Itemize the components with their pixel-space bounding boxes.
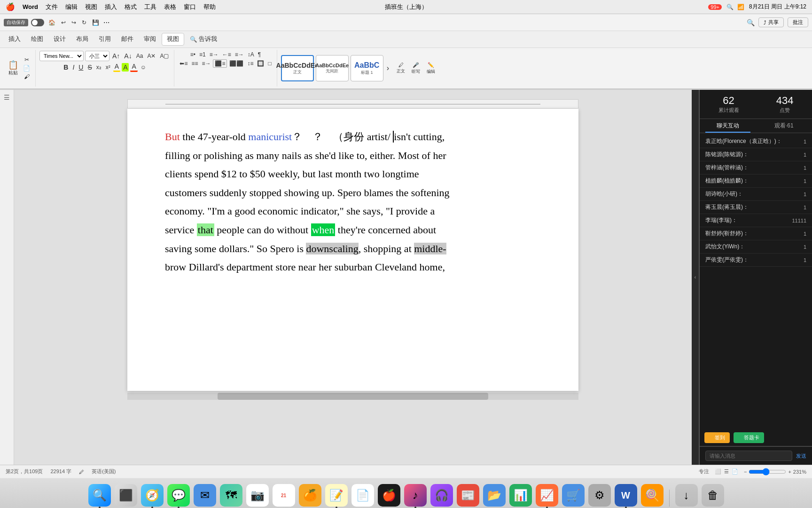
dock-appstore[interactable]: 🛒 <box>562 484 585 507</box>
format-paint-btn[interactable]: 🖌 <box>22 73 31 80</box>
undo-btn[interactable]: ↩ <box>60 19 67 26</box>
horizontal-scrollbar[interactable] <box>127 393 578 400</box>
columns-btn[interactable]: ⬛⬛ <box>228 60 245 67</box>
tab-view[interactable]: 视图 <box>162 33 184 46</box>
tab-interact[interactable]: 聊天互动 <box>700 119 756 133</box>
font-grow-btn[interactable]: A↑ <box>111 52 121 60</box>
highlight-btn[interactable]: A <box>122 63 129 71</box>
subscript-btn[interactable]: x₂ <box>95 64 103 71</box>
style-no-spacing[interactable]: AaBbCcDdEe 无间距 <box>316 55 349 81</box>
dock-photos[interactable]: 📷 <box>246 484 269 507</box>
dock-numbers[interactable]: 📊 <box>509 484 532 507</box>
share-btn[interactable]: ⤴ 共享 <box>758 17 784 27</box>
redo-btn[interactable]: ↪ <box>70 19 78 26</box>
autosave-toggle[interactable] <box>31 19 44 26</box>
dock-messages[interactable]: 💬 <box>167 484 190 507</box>
line-spacing-btn[interactable]: ↕≡ <box>246 60 255 67</box>
style-pane-btn[interactable]: 🖊 正文 <box>394 61 407 76</box>
comment-btn[interactable]: 批注 <box>788 17 808 27</box>
zoom-slider[interactable] <box>749 468 786 476</box>
dock-app9[interactable]: 🍊 <box>299 484 321 507</box>
apple-menu[interactable]: 🍎 <box>6 2 15 11</box>
notification-badge[interactable]: 99+ <box>708 4 722 10</box>
text-color-btn[interactable]: A <box>113 62 120 72</box>
paste-btn[interactable]: 📋 粘贴 <box>6 59 21 78</box>
zoom-minus[interactable]: − <box>744 469 747 475</box>
font-color2-btn[interactable]: A <box>130 62 137 72</box>
justify-btn[interactable]: ⬛≡ <box>213 59 227 68</box>
dock-news[interactable]: 📰 <box>457 484 479 507</box>
dock-finder[interactable]: 🔍 <box>88 484 111 507</box>
dock-downloads[interactable]: ↓ <box>675 484 698 507</box>
menu-edit[interactable]: 编辑 <box>65 3 78 11</box>
edit-btn[interactable]: ✏️ 编辑 <box>424 61 437 76</box>
dictate-btn[interactable]: 🎤 听写 <box>409 61 422 76</box>
bullets-btn[interactable]: ≡• <box>189 51 197 58</box>
italic-btn[interactable]: I <box>71 63 76 71</box>
menu-view[interactable]: 视图 <box>85 3 97 11</box>
sort-btn[interactable]: ↕A <box>246 51 256 58</box>
dock-maps[interactable]: 🗺 <box>220 484 242 507</box>
dock-podcasts[interactable]: 🎧 <box>430 484 453 507</box>
sign-btn[interactable]: 签到 <box>704 432 730 443</box>
dock-appletv[interactable]: 🍎 <box>378 484 400 507</box>
superscript-btn[interactable]: x² <box>104 64 112 71</box>
bold-btn[interactable]: B <box>62 63 70 71</box>
tab-review[interactable]: 审阅 <box>139 33 161 45</box>
border-btn[interactable]: □ <box>266 60 273 67</box>
view-icon-1[interactable]: ⬜ <box>715 468 721 475</box>
cut-btn[interactable]: ✂ <box>22 56 31 64</box>
panel-collapse-btn[interactable]: ‹ <box>692 90 699 465</box>
focus-btn[interactable]: 专注 <box>699 468 709 475</box>
font-selector[interactable]: Times New... <box>39 51 84 61</box>
style-heading1[interactable]: AaBbC 标题 1 <box>351 55 383 81</box>
dock-music[interactable]: ♪ <box>404 484 427 507</box>
menu-window[interactable]: 窗口 <box>184 3 196 11</box>
dock-calendar[interactable]: 21 <box>273 484 295 507</box>
document-content[interactable]: But the 47-year-old manicurist ​ ？ ？ （身份… <box>165 127 541 277</box>
numbering-btn[interactable]: ≡1 <box>198 51 207 58</box>
clear-format-btn[interactable]: A✕ <box>146 52 157 60</box>
home-btn[interactable]: 🏠 <box>47 19 57 26</box>
dock-mail[interactable]: ✉ <box>194 484 216 507</box>
font-size-selector[interactable]: 小三 <box>85 51 109 61</box>
dock-trash[interactable]: 🗑 <box>702 484 724 507</box>
tab-mail[interactable]: 邮件 <box>117 33 138 45</box>
tab-reference[interactable]: 引用 <box>94 33 116 45</box>
tab-layout[interactable]: 布局 <box>71 33 93 45</box>
view-icon-3[interactable]: 📄 <box>732 468 738 475</box>
case-btn[interactable]: Aa <box>135 52 145 60</box>
multilevel-btn[interactable]: ≡→ <box>208 51 220 58</box>
text-border-btn[interactable]: A▢ <box>158 52 170 60</box>
indent-right-btn[interactable]: ≡→ <box>234 51 245 58</box>
dock-reminders[interactable]: 📄 <box>351 484 374 507</box>
app-name[interactable]: Word <box>23 3 38 10</box>
message-input[interactable] <box>705 451 792 461</box>
answer-btn[interactable]: 答题卡 <box>734 432 764 443</box>
dock-app22[interactable]: 🍭 <box>641 484 664 507</box>
menu-format[interactable]: 格式 <box>125 3 137 11</box>
language-indicator[interactable]: 🖉 <box>79 469 84 475</box>
menu-help[interactable]: 帮助 <box>203 3 216 11</box>
dock-safari[interactable]: 🧭 <box>141 484 164 507</box>
document-area[interactable]: But the 47-year-old manicurist ​ ？ ？ （身份… <box>14 90 692 465</box>
more-btn[interactable]: ··· <box>103 18 109 27</box>
tab-tellme[interactable]: 🔍 告诉我 <box>185 33 222 45</box>
send-btn[interactable]: 发送 <box>796 452 806 460</box>
sidebar-collapse-btn[interactable]: ☰ <box>4 94 10 101</box>
dock-pages[interactable]: 📈 <box>536 484 558 507</box>
zoom-plus[interactable]: + <box>788 469 791 475</box>
menu-file[interactable]: 文件 <box>46 3 58 11</box>
view-icon-2[interactable]: ☰ <box>724 468 729 475</box>
tab-insert[interactable]: 插入 <box>4 33 25 45</box>
menu-insert[interactable]: 插入 <box>105 3 117 11</box>
style-normal[interactable]: AaBbCcDdEe 正文 <box>281 55 314 81</box>
align-right-btn[interactable]: ≡→ <box>200 60 212 67</box>
show-para-btn[interactable]: ¶ <box>257 51 262 58</box>
menu-table[interactable]: 表格 <box>164 3 176 11</box>
copy-btn[interactable]: 📄 <box>22 64 31 72</box>
emoji-btn[interactable]: ☺ <box>139 64 148 71</box>
align-left-btn[interactable]: ⬅≡ <box>178 60 189 67</box>
menu-tools[interactable]: 工具 <box>144 3 156 11</box>
dock-word[interactable]: W <box>615 484 637 507</box>
